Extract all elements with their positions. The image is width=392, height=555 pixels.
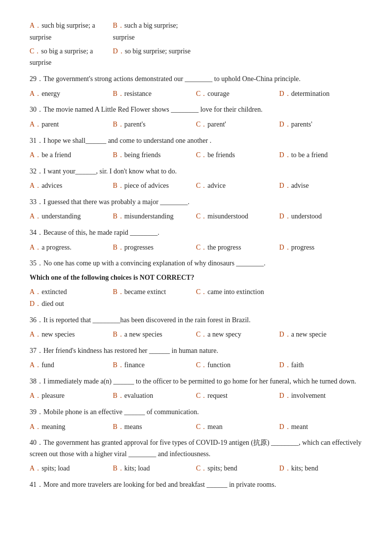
question-39-text: 39．Mobile phone is an effective ______ o…	[30, 407, 362, 418]
q35-option-b: B．became extinct	[113, 286, 196, 298]
q31-option-d: D．to be a friend	[279, 149, 363, 161]
q33-option-a: A．understanding	[30, 211, 113, 222]
q39-option-b: B．means	[113, 421, 196, 433]
question-37: 37．Her friend's kindness has restored he…	[30, 345, 362, 371]
question-36-text: 36．It is reported that ________has been …	[30, 315, 362, 326]
q35-option-a: A．extincted	[30, 286, 113, 298]
exam-content: A．such big surprise; a surprise B．such a…	[30, 20, 362, 490]
option-d: D．so big surprise; surprise	[113, 45, 196, 69]
q35-option-d: D．died out	[30, 298, 113, 310]
q30-option-d: D．parents'	[279, 119, 363, 130]
q38-option-a: A．pleasure	[30, 390, 113, 402]
q29-option-a: A．energy	[30, 88, 113, 100]
question-32: 32．I want your______, sir. I don't know …	[30, 166, 362, 192]
question-29-text: 29．The government's strong actions demon…	[30, 74, 362, 85]
question-34-text: 34．Because of this, he made rapid ______…	[30, 227, 362, 238]
q40-option-d: D．kits; bend	[279, 463, 363, 474]
option-a: A．such big surprise; a surprise	[30, 20, 113, 43]
question-31-text: 31．I hope we shall______ and come to und…	[30, 135, 362, 146]
question-35-subtext: Which one of the following choices is NO…	[30, 272, 362, 283]
question-34: 34．Because of this, he made rapid ______…	[30, 227, 362, 253]
option-b: B．such a big surprise; surprise	[113, 20, 196, 43]
question-41: 41．More and more travelers are looking f…	[30, 479, 362, 490]
q29-option-c: C．courage	[196, 88, 279, 100]
question-41-text: 41．More and more travelers are looking f…	[30, 479, 362, 490]
q36-option-c: C．a new specy	[196, 329, 279, 341]
question-38: 38．I immediately made a(n) ______ to the…	[30, 376, 362, 402]
question-36: 36．It is reported that ________has been …	[30, 315, 362, 341]
q39-option-a: A．meaning	[30, 421, 113, 433]
q37-option-b: B．finance	[113, 359, 196, 371]
q33-option-d: D．understood	[279, 211, 363, 222]
q34-option-b: B．progresses	[113, 242, 196, 254]
q33-option-c: C．misunderstood	[196, 211, 279, 222]
q30-option-a: A．parent	[30, 119, 113, 130]
question-37-text: 37．Her friend's kindness has restored he…	[30, 345, 362, 356]
question-35: 35．No one has come up with a convincing …	[30, 258, 362, 309]
q40-option-c: C．spits; bend	[196, 463, 279, 474]
question-39: 39．Mobile phone is an effective ______ o…	[30, 407, 362, 432]
q35-option-c: C．came into extinction	[196, 286, 296, 298]
q30-option-b: B．parent's	[113, 119, 196, 130]
option-c: C．so big a surprise; a surprise	[30, 45, 113, 69]
question-33-text: 33．I guessed that there was probably a m…	[30, 197, 362, 208]
q36-option-a: A．new species	[30, 329, 113, 341]
q38-option-d: D．involvement	[279, 390, 363, 402]
q37-option-d: D．faith	[279, 359, 363, 371]
q37-option-c: C．function	[196, 359, 279, 371]
question-29: 29．The government's strong actions demon…	[30, 74, 362, 99]
question-40: 40．The government has granted approval f…	[30, 437, 362, 474]
q36-option-b: B．a new species	[113, 329, 196, 341]
question-38-text: 38．I immediately made a(n) ______ to the…	[30, 376, 362, 387]
question-30: 30．The movie named A Little Red Flower s…	[30, 104, 362, 130]
q40-option-b: B．kits; load	[113, 463, 196, 474]
question-31: 31．I hope we shall______ and come to und…	[30, 135, 362, 161]
q31-option-c: C．be friends	[196, 149, 279, 161]
question-35-text: 35．No one has come up with a convincing …	[30, 258, 362, 269]
q31-option-a: A．be a friend	[30, 149, 113, 161]
q32-option-b: B．piece of advices	[113, 180, 196, 192]
q32-option-c: C．advice	[196, 180, 279, 192]
q39-option-d: D．meant	[279, 421, 363, 433]
question-32-text: 32．I want your______, sir. I don't know …	[30, 166, 362, 177]
q36-option-d: D．a new specie	[279, 329, 363, 341]
q32-option-d: D．advise	[279, 180, 363, 192]
q38-option-c: C．request	[196, 390, 279, 402]
q31-option-b: B．being friends	[113, 149, 196, 161]
question-40-text: 40．The government has granted approval f…	[30, 437, 362, 460]
q33-option-b: B．misunderstanding	[113, 211, 196, 222]
q34-option-c: C．the progress	[196, 242, 279, 254]
q34-option-a: A．a progress.	[30, 242, 113, 254]
question-33: 33．I guessed that there was probably a m…	[30, 197, 362, 222]
q37-option-a: A．fund	[30, 359, 113, 371]
q34-option-d: D．progress	[279, 242, 363, 254]
q30-option-c: C．parent'	[196, 119, 279, 130]
q32-option-a: A．advices	[30, 180, 113, 192]
q39-option-c: C．mean	[196, 421, 279, 433]
q38-option-b: B．evaluation	[113, 390, 196, 402]
q40-option-a: A．spits; load	[30, 463, 113, 474]
q29-option-b: B．resistance	[113, 88, 196, 100]
question-30-text: 30．The movie named A Little Red Flower s…	[30, 104, 362, 115]
q29-option-d: D．determination	[279, 88, 363, 100]
options-row-ab: A．such big surprise; a surprise B．such a…	[30, 20, 362, 69]
